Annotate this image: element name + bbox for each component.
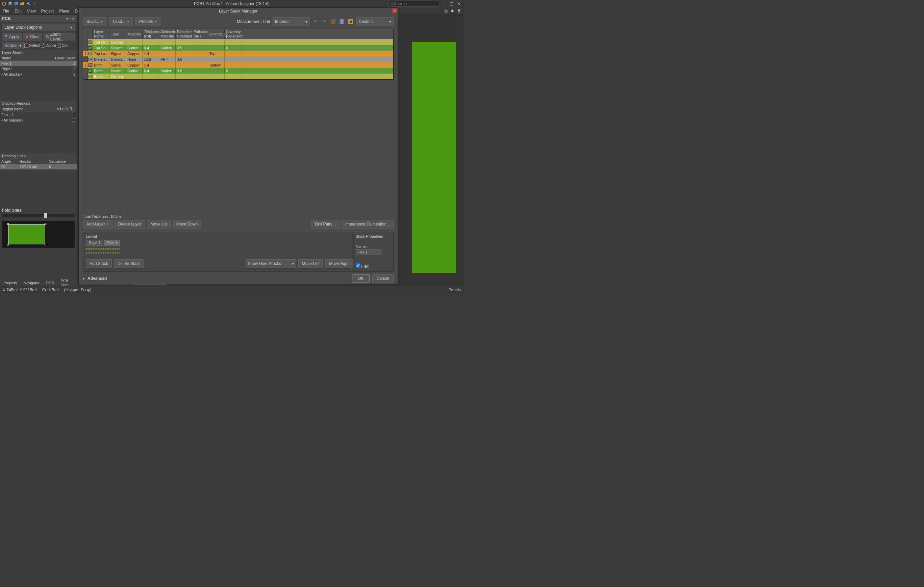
redo-icon[interactable] bbox=[32, 1, 37, 7]
impedance-calc-button[interactable]: Impedance Calculation... bbox=[342, 220, 394, 229]
visibility-checkbox[interactable]: ✓ bbox=[89, 46, 92, 49]
col-name[interactable]: Name bbox=[0, 55, 38, 61]
col-material[interactable]: Material bbox=[126, 29, 143, 39]
delete-layer-button[interactable]: Delete Layer bbox=[114, 220, 145, 229]
visibility-checkbox[interactable]: ✓ bbox=[89, 75, 92, 78]
menu-edit[interactable]: Edit bbox=[12, 9, 24, 13]
col-orientation[interactable]: Orientation bbox=[208, 29, 224, 39]
col-radius[interactable]: Radius bbox=[18, 159, 48, 164]
search-box[interactable] bbox=[389, 1, 439, 7]
table-row[interactable]: Flex - 1 bbox=[0, 112, 77, 117]
panel-menu-icon[interactable]: ▾ bbox=[66, 17, 68, 21]
show-user-stacks-combo[interactable]: Show User Stacks▾ bbox=[246, 259, 296, 268]
col-layer-name[interactable]: Layer Name bbox=[92, 29, 109, 39]
move-left-button[interactable]: Move Left bbox=[298, 259, 323, 268]
open-icon[interactable] bbox=[20, 1, 25, 7]
measurement-unit-combo[interactable]: Imperial▾ bbox=[273, 17, 310, 26]
tool-icon-1[interactable] bbox=[330, 18, 336, 25]
fold-slider[interactable] bbox=[2, 214, 75, 217]
menu-file[interactable]: File bbox=[0, 9, 12, 13]
expand-icon[interactable]: ▸ bbox=[83, 276, 85, 281]
delete-stack-button[interactable]: Delete Stack bbox=[114, 259, 144, 268]
table-row[interactable]: ✓Top Ov...Overlay bbox=[83, 39, 393, 45]
table-row[interactable]: <All Stacks>9 bbox=[0, 72, 77, 77]
resize-handle[interactable] bbox=[7, 244, 9, 245]
col-seq[interactable]: Sequence bbox=[48, 159, 77, 164]
clear-button[interactable]: Clear bbox=[23, 33, 42, 41]
col-pullback[interactable]: Pullback (mil) bbox=[192, 29, 208, 39]
undo-icon[interactable] bbox=[26, 1, 31, 7]
search-input[interactable] bbox=[394, 2, 437, 6]
table-row[interactable]: 1✓Top La...SignalCopper1.4Top bbox=[83, 51, 393, 56]
col-region[interactable]: Region name bbox=[0, 106, 41, 112]
drill-pairs-button[interactable]: Drill Pairs... bbox=[312, 220, 340, 229]
move-right-button[interactable]: Move Right bbox=[325, 259, 353, 268]
minimize-button[interactable]: — bbox=[441, 2, 447, 6]
resize-handle[interactable] bbox=[45, 223, 46, 225]
custom-combo[interactable]: Custom▾ bbox=[356, 17, 394, 26]
presets-button[interactable]: Presets▾ bbox=[135, 17, 160, 26]
menu-project[interactable]: Project bbox=[38, 9, 56, 13]
save-button[interactable]: Save...▾ bbox=[83, 17, 106, 26]
flex-checkbox[interactable] bbox=[356, 263, 360, 268]
tab-pcb-filter[interactable]: PCB Filter bbox=[57, 278, 77, 288]
col-thickness[interactable]: Thickness (mil) bbox=[143, 29, 159, 39]
table-row[interactable]: Rigid 12 bbox=[0, 66, 77, 72]
add-stack-button[interactable]: Add Stack bbox=[86, 259, 112, 268]
table-row[interactable]: ✓Dielect...Dielect...None12.6FR-44.8 bbox=[83, 56, 393, 62]
add-layer-button[interactable]: Add Layer▾ bbox=[83, 220, 112, 229]
col-dielectric-mat[interactable]: Dielectric Material bbox=[159, 29, 176, 39]
user-icon[interactable] bbox=[457, 9, 462, 13]
gear-icon[interactable] bbox=[443, 9, 448, 13]
tool-icon-2[interactable] bbox=[339, 18, 345, 25]
apply-button[interactable]: Apply bbox=[2, 33, 21, 41]
save-icon[interactable] bbox=[7, 1, 13, 7]
table-row[interactable]: 2✓Botto...SignalCopper1.4Bottom bbox=[83, 62, 393, 68]
table-row[interactable]: Flex 12 bbox=[0, 61, 77, 66]
menu-place[interactable]: Place bbox=[56, 9, 72, 13]
table-row[interactable]: ✓Top So...Solder ...Surfac...0.4Solder .… bbox=[83, 45, 393, 51]
tab-pcb[interactable]: PCB bbox=[43, 280, 58, 286]
close-button[interactable]: ✕ bbox=[456, 2, 462, 6]
slider-thumb[interactable] bbox=[44, 213, 47, 218]
tab-rigid1[interactable]: Rigid 1 bbox=[86, 240, 103, 246]
resize-handle[interactable] bbox=[7, 223, 9, 225]
select-checkbox[interactable] bbox=[24, 44, 28, 48]
panel-pin-icon[interactable]: ▪ bbox=[69, 17, 71, 21]
table-row[interactable]: <All regions> bbox=[0, 117, 77, 123]
lock-checkbox[interactable] bbox=[72, 118, 75, 122]
table-row[interactable]: ✓Botto...Solder ...Surfac...0.4Solder ..… bbox=[83, 68, 393, 74]
move-up-button[interactable]: Move Up bbox=[147, 220, 171, 229]
stack-name-input[interactable] bbox=[356, 249, 381, 255]
table-row[interactable]: ✓Botto...Overlay bbox=[83, 74, 393, 79]
dialog-close-button[interactable]: ✕ bbox=[392, 8, 397, 13]
col-coverlay[interactable]: Coverlay Expansion bbox=[224, 29, 241, 39]
pcb-preview[interactable] bbox=[2, 221, 75, 248]
advanced-label[interactable]: Advanced bbox=[87, 276, 107, 281]
panels-button[interactable]: Panels bbox=[448, 288, 461, 292]
panel-mode-combo[interactable]: Layer Stack Regions▾ bbox=[2, 24, 75, 31]
menu-view[interactable]: View bbox=[24, 9, 38, 13]
save-all-icon[interactable] bbox=[13, 1, 19, 7]
tab-flex1[interactable]: Flex 1 bbox=[104, 240, 120, 246]
normal-combo[interactable]: Normal▾ bbox=[2, 42, 24, 49]
clear-checkbox[interactable] bbox=[57, 44, 61, 48]
bell-icon[interactable] bbox=[450, 9, 455, 13]
ok-button[interactable]: OK bbox=[352, 275, 369, 283]
col-count[interactable]: Layer Count bbox=[38, 55, 77, 61]
zoom-level-button[interactable]: Zoom Level... bbox=[44, 33, 75, 41]
tool-icon-3[interactable] bbox=[348, 18, 354, 25]
table-row[interactable]: 90159.16 mil0 bbox=[0, 164, 77, 169]
resize-handle[interactable] bbox=[45, 244, 46, 245]
maximize-button[interactable]: ▢ bbox=[449, 2, 454, 6]
zoom-checkbox[interactable] bbox=[41, 44, 45, 48]
undo-icon[interactable]: ↶ bbox=[312, 19, 318, 24]
visibility-checkbox[interactable]: ✓ bbox=[89, 58, 92, 61]
lock-checkbox[interactable] bbox=[72, 113, 75, 116]
tab-navigator[interactable]: Navigator bbox=[20, 280, 43, 286]
col-angle[interactable]: Angle bbox=[0, 159, 18, 164]
load-button[interactable]: Load...▾ bbox=[109, 17, 133, 26]
visibility-checkbox[interactable]: ✓ bbox=[89, 41, 92, 44]
visibility-checkbox[interactable]: ✓ bbox=[89, 52, 92, 55]
panel-close-icon[interactable]: ✕ bbox=[72, 17, 75, 21]
